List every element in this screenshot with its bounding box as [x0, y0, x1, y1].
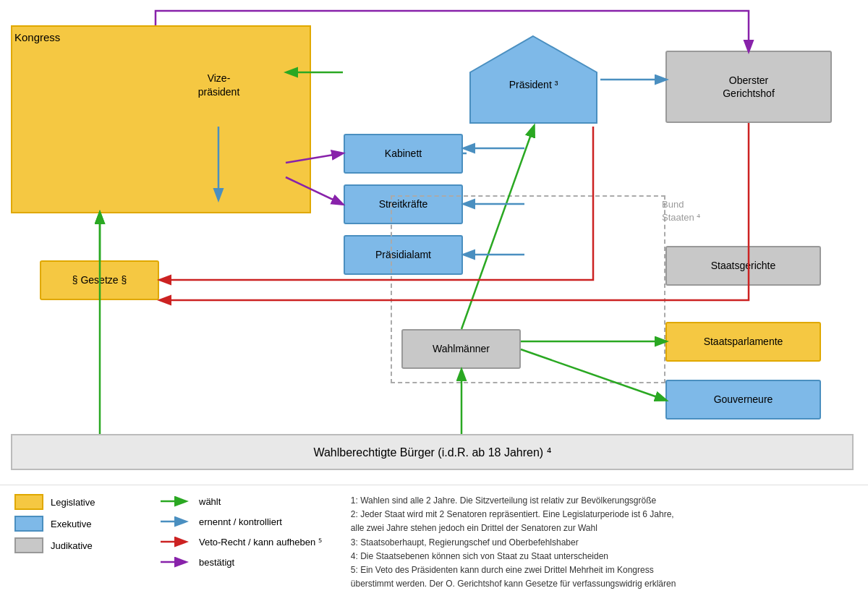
note-line: 5: Ein Veto des Präsidenten kann durch e… [351, 563, 854, 577]
legend-judikative-label: Judikative [51, 540, 93, 551]
legend-bestaetigt-arrow [159, 555, 192, 569]
legend-veto-arrow [159, 535, 192, 549]
legend-ernennt: ernennt / kontrolliert [159, 514, 322, 529]
staatsgericht-label: Staatsgerichte [711, 259, 776, 272]
note-line: 4: Die Staatsebenen können sich von Staa… [351, 550, 854, 563]
bund-label: Bund [662, 199, 684, 210]
legend-ernennt-label: ernennt / kontrolliert [199, 516, 282, 527]
bund-staaten-border [391, 195, 665, 383]
kabinett-box: Kabinett [344, 134, 463, 174]
legend-bestaetigt-label: bestätigt [199, 557, 234, 568]
og-box: Oberster Gerichtshof [665, 51, 832, 123]
legend-judikative: Judikative [14, 537, 130, 553]
legend-col-boxes: Legislative Exekutive Judikative [14, 494, 130, 600]
legend-veto-label: Veto-Recht / kann aufheben ⁵ [199, 537, 322, 548]
legend-waehlt-arrow [159, 494, 192, 508]
praesident-house: Präsident ³ [467, 33, 600, 127]
vize-label: Vize- präsident [198, 72, 240, 98]
legend-col-arrows: wählt ernennt / kontrolliert Veto-Recht … [159, 494, 322, 600]
praesident-label: Präsident ³ [509, 78, 558, 91]
congress-box [11, 25, 311, 213]
legend-executive-box [14, 516, 43, 532]
legend-veto: Veto-Recht / kann aufheben ⁵ [159, 535, 322, 549]
og-label: Oberster Gerichtshof [723, 74, 775, 100]
wahl-buerger-label: Wahlberechtigte Bürger (i.d.R. ab 18 Jah… [313, 446, 550, 459]
legend-executive-label: Exekutive [51, 519, 91, 529]
notes-col: 1: Wahlen sind alle 2 Jahre. Die Sitzver… [351, 494, 854, 600]
legend-waehlt: wählt [159, 494, 322, 508]
staaten-label: Staaten ⁴ [662, 212, 700, 223]
legend-area: Legislative Exekutive Judikative wählt [0, 485, 868, 609]
legend-legislative-box [14, 494, 43, 510]
note-line: 1: Wahlen sind alle 2 Jahre. Die Sitzver… [351, 494, 854, 508]
gouv-label: Gouverneure [714, 393, 773, 406]
kabinett-label: Kabinett [385, 147, 422, 160]
legend-legislative-label: Legislative [51, 497, 95, 508]
legend-executive: Exekutive [14, 516, 130, 532]
staatsgerichte-box: Staatsgerichte [665, 246, 821, 286]
note-line: 2: Jeder Staat wird mit 2 Senatoren repr… [351, 508, 854, 521]
gesetze-label: § Gesetze § [72, 273, 127, 286]
note-line: überstimmt werden. Der O. Gerichtshof ka… [351, 577, 854, 591]
legend-judikative-box [14, 537, 43, 553]
legend-bestaetigt: bestätigt [159, 555, 322, 569]
staatsparl-label: Staatsparlamente [704, 335, 783, 348]
legend-waehlt-label: wählt [199, 496, 221, 507]
congress-label: Kongress [14, 31, 60, 43]
legend-ernennt-arrow [159, 514, 192, 529]
wahl-buerger-box: Wahlberechtigte Bürger (i.d.R. ab 18 Jah… [11, 434, 854, 470]
legend-legislative: Legislative [14, 494, 130, 510]
gesetze-box: § Gesetze § [40, 260, 159, 300]
staatsparlamente-box: Staatsparlamente [665, 322, 821, 362]
diagram-area: Kongress Repräsentanten- haus ¹ Senat ² … [0, 0, 868, 485]
gouverneure-box: Gouverneure [665, 380, 821, 420]
note-line: 3: Staatsoberhaupt, Regierungschef und O… [351, 536, 854, 550]
note-line: alle zwei Jahre stehen jedoch ein Dritte… [351, 521, 854, 535]
